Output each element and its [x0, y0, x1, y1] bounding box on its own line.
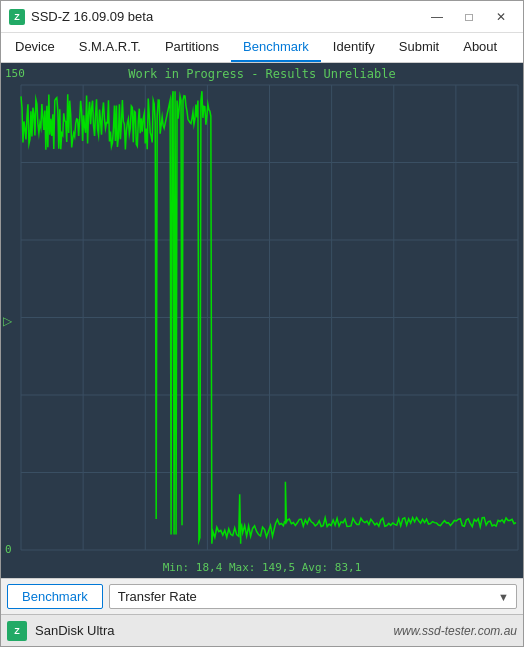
chart-title: Work in Progress - Results Unreliable — [1, 67, 523, 81]
chart-container: Work in Progress - Results Unreliable 15… — [1, 63, 523, 578]
chart-arrow: ▷ — [3, 314, 12, 328]
benchmark-button[interactable]: Benchmark — [7, 584, 103, 609]
transfer-select-wrapper: Transfer Rate Access Time IOPS ▼ — [109, 584, 517, 609]
menu-bar: Device S.M.A.R.T. Partitions Benchmark I… — [1, 33, 523, 63]
chart-y-min-label: 0 — [5, 543, 12, 556]
title-bar-left: Z SSD-Z 16.09.09 beta — [9, 9, 153, 25]
website-url: www.ssd-tester.com.au — [393, 624, 517, 638]
main-window: Z SSD-Z 16.09.09 beta — □ ✕ Device S.M.A… — [0, 0, 524, 647]
menu-about[interactable]: About — [451, 33, 509, 62]
chart-y-max-label: 150 — [5, 67, 25, 80]
drive-icon: Z — [7, 621, 27, 641]
chart-stats: Min: 18,4 Max: 149,5 Avg: 83,1 — [1, 561, 523, 574]
app-icon: Z — [9, 9, 25, 25]
close-button[interactable]: ✕ — [487, 7, 515, 27]
status-bar: Z SanDisk Ultra www.ssd-tester.com.au — [1, 614, 523, 646]
menu-device[interactable]: Device — [3, 33, 67, 62]
window-controls: — □ ✕ — [423, 7, 515, 27]
transfer-rate-select[interactable]: Transfer Rate Access Time IOPS — [109, 584, 517, 609]
menu-benchmark[interactable]: Benchmark — [231, 33, 321, 62]
menu-identify[interactable]: Identify — [321, 33, 387, 62]
menu-partitions[interactable]: Partitions — [153, 33, 231, 62]
title-bar: Z SSD-Z 16.09.09 beta — □ ✕ — [1, 1, 523, 33]
menu-submit[interactable]: Submit — [387, 33, 451, 62]
benchmark-chart — [1, 63, 523, 578]
maximize-button[interactable]: □ — [455, 7, 483, 27]
menu-smart[interactable]: S.M.A.R.T. — [67, 33, 153, 62]
minimize-button[interactable]: — — [423, 7, 451, 27]
window-title: SSD-Z 16.09.09 beta — [31, 9, 153, 24]
drive-label: SanDisk Ultra — [35, 623, 385, 638]
benchmark-bar: Benchmark Transfer Rate Access Time IOPS… — [1, 578, 523, 614]
